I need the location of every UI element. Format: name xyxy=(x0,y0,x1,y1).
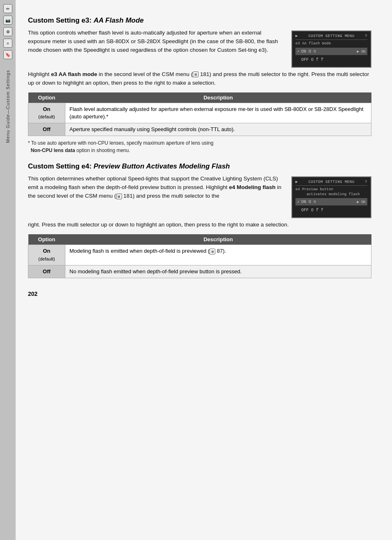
sidebar-icon-bookmark: 🔖 xyxy=(3,50,12,59)
section1-title: Custom Setting e3: AA Flash Mode xyxy=(28,16,371,25)
section2-cs-on-label: ON O n xyxy=(301,200,316,204)
section2-row2-option: Off xyxy=(28,265,65,278)
section2-cs-ok: ▶ OK xyxy=(357,200,366,204)
sidebar-icon-camera: 📷 xyxy=(3,16,12,25)
section2-row2-desc: No modeling flash emitted when depth-of-… xyxy=(65,265,371,278)
sidebar-icon-settings: ≡ xyxy=(3,39,12,48)
section2-cs-subtitle: e4 Preview button xyxy=(295,187,367,192)
section1-cs-checkmark-on: ✓ xyxy=(297,49,300,54)
section2-title: Custom Setting e4: Preview Button Activa… xyxy=(28,162,371,171)
section1-body-cont: Highlight e3 AA flash mode in the second… xyxy=(28,70,371,88)
section1-text-col: This option controls whether flash level… xyxy=(28,29,283,68)
section2-cs-title: CUSTOM SETTING MENU xyxy=(308,180,354,184)
section1-cs-checkmark-off xyxy=(297,58,300,62)
section2-body-cont: right. Press the multi selector up or do… xyxy=(28,221,371,229)
sidebar-label: Menu Guide—Custom Settings xyxy=(5,70,10,143)
section2-title-plain: Custom Setting e4: xyxy=(28,162,94,170)
sidebar-icon-pencil: ✏ xyxy=(3,4,12,13)
section2-cs-row-on: ✓ ON O n ▶ OK xyxy=(295,198,367,205)
section1-cs-ok: ▶ OK xyxy=(357,49,366,54)
section1-table: Option Description On(default) Flash lev… xyxy=(28,92,371,136)
table-row: On(default) Flash level automatically ad… xyxy=(28,103,371,123)
section1-footnote-bold: Non-CPU lens data xyxy=(31,148,75,153)
section2-content-block: This option determines whether optional … xyxy=(28,175,371,218)
section1-cs-row-off: OFF O f f xyxy=(295,56,367,63)
section1-cs-arrow-left: ▶ xyxy=(295,34,298,38)
section2-table-header-desc: Description xyxy=(65,234,371,245)
section2-row1-option: On(default) xyxy=(28,245,65,265)
section2-table: Option Description On(default) Modeling … xyxy=(28,234,371,278)
section2-title-italic: Preview Button Activates Modeling Flash xyxy=(94,162,230,170)
section2-cs-help: ? xyxy=(365,180,367,184)
section2-body: This option determines whether optional … xyxy=(28,175,283,201)
section1-footnote: * To use auto aperture with non-CPU lens… xyxy=(28,139,371,154)
section1-cs-help: ? xyxy=(365,34,367,38)
section2-text-col: This option determines whether optional … xyxy=(28,175,283,218)
section1-cs-off-label: OFF O f f xyxy=(301,58,323,62)
section2-table-header-option: Option xyxy=(28,234,65,245)
section2-row1-desc: Modeling flash is emitted when depth-of-… xyxy=(65,245,371,265)
section1-row2-desc: Aperture specified manually using Speedl… xyxy=(65,123,371,136)
section1-row2-option: Off xyxy=(28,123,65,136)
section1-row1-option: On(default) xyxy=(28,103,65,123)
section2-cs-checkmark-off xyxy=(297,208,300,212)
section1-content-block: This option controls whether flash level… xyxy=(28,29,371,68)
section1-title-italic: AA Flash Mode xyxy=(94,16,144,24)
section1-cs-subtitle: e3 AA flash mode xyxy=(295,42,367,46)
page-content: Custom Setting e3: AA Flash Mode This op… xyxy=(16,0,392,540)
table-row: On(default) Modeling flash is emitted wh… xyxy=(28,245,371,265)
section1-cs-on-label: ON O n xyxy=(301,49,316,54)
sidebar: ✏ 📷 ⚙ ≡ 🔖 Menu Guide—Custom Settings xyxy=(0,0,16,540)
section1-cs-title: CUSTOM SETTING MENU xyxy=(308,34,354,38)
section1-row1-desc: Flash level automatically adjusted for a… xyxy=(65,103,371,123)
page-number: 202 xyxy=(28,291,371,297)
section2-cs-off-label: OFF O f f xyxy=(301,208,323,212)
section1-cs-header: ▶ CUSTOM SETTING MENU ? xyxy=(295,34,367,40)
section2-table-icon: ⊞ xyxy=(210,249,215,254)
table-row: Off Aperture specified manually using Sp… xyxy=(28,123,371,136)
section2-cs-row-off: OFF O f f xyxy=(295,207,367,214)
section1-table-header-option: Option xyxy=(28,92,65,103)
section2-cs-subtitle2: activates modeling flash xyxy=(295,192,367,196)
section2-cs-header: ▶ CUSTOM SETTING MENU ? xyxy=(295,180,367,186)
section1-camera-screen: ▶ CUSTOM SETTING MENU ? e3 AA flash mode… xyxy=(291,30,371,68)
section2-camera-screen: ▶ CUSTOM SETTING MENU ? e4 Preview butto… xyxy=(291,176,371,218)
section2-cs-checkmark-on: ✓ xyxy=(297,199,300,204)
section1-title-plain: Custom Setting e3: xyxy=(28,16,94,24)
sidebar-icon-custom: ⚙ xyxy=(3,27,12,36)
section1-table-header-desc: Description xyxy=(65,92,371,103)
section2-icon: ⊞ xyxy=(116,194,122,199)
table-row: Off No modeling flash emitted when depth… xyxy=(28,265,371,278)
section2-cs-arrow-left: ▶ xyxy=(295,180,298,184)
section1-cs-row-on: ✓ ON O n ▶ OK xyxy=(295,48,367,55)
section1-body: This option controls whether flash level… xyxy=(28,29,283,55)
section1-icon: ⊞ xyxy=(193,72,198,77)
